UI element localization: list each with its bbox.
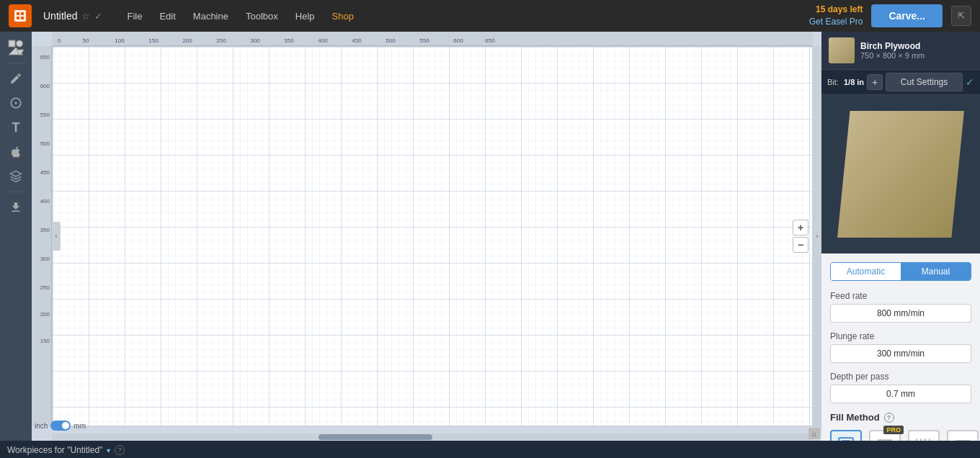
main-area: T 0 50 100 150 200 250 300 350 400 450 5… [0,32,980,441]
feed-rate-group: Feed rate [830,291,971,323]
fill-offset-icon[interactable] [830,430,862,441]
workpieces-help-icon[interactable]: ? [115,445,125,455]
pro-badge: PRO [883,426,904,434]
mode-manual[interactable]: Manual [901,263,971,280]
carve-button[interactable]: Carve... [871,4,943,27]
unit-inch[interactable]: inch [35,422,48,430]
bit-row: Bit: 1/8 in + Cut Settings ✓ [821,70,980,95]
workpieces-dropdown[interactable]: ▾ [107,446,110,454]
tool-separator-2 [6,192,26,192]
topbar: Untitled ☆ ✓ File Edit Machine Toolbox H… [0,0,980,32]
grid-canvas[interactable] [52,46,813,426]
tool-import[interactable] [4,196,27,219]
ruler-x-250: 250 [216,37,226,44]
tool-shapes[interactable] [4,36,27,59]
workpieces-header: Workpieces for "Untitled" ▾ ? [0,441,980,458]
plunge-rate-group: Plunge rate [830,331,971,363]
bottom-area: Workpieces for "Untitled" ▾ ? + [0,441,980,458]
ruler-x-400: 400 [318,37,327,44]
unit-toggle: inch mm [35,421,86,431]
plunge-rate-label: Plunge rate [830,331,971,341]
bit-label-text: Bit: [827,78,839,86]
tool-3d[interactable] [4,165,27,188]
svg-rect-5 [9,40,15,47]
ruler-y-600: 600 [40,83,50,89]
svg-rect-3 [17,17,19,19]
menu-file[interactable]: File [120,8,149,24]
collapse-left-button[interactable]: ‹ [52,222,61,251]
ruler-x-300: 300 [250,37,259,44]
fill-xaxis-icon[interactable] [908,430,940,441]
ruler-y-400: 400 [40,198,50,205]
material-dimensions: 750 × 800 × 9 mm [860,51,973,60]
menu-shop[interactable]: Shop [325,8,361,24]
zoom-out-button[interactable]: − [793,237,808,253]
ruler-x-650: 650 [485,37,494,44]
home-button[interactable]: ⌂ [808,428,820,439]
canvas-area[interactable]: 0 50 100 150 200 250 300 350 400 450 500… [32,32,821,441]
cut-settings-button[interactable]: Cut Settings [886,73,963,91]
tool-pen[interactable] [4,67,27,90]
ruler-x-200: 200 [182,37,192,44]
svg-point-10 [15,102,17,104]
menu-help[interactable]: Help [288,8,322,24]
unit-mm[interactable]: mm [74,422,86,430]
svg-rect-0 [14,10,26,22]
svg-rect-1 [17,12,19,15]
svg-point-6 [17,40,23,47]
material-shape [837,111,964,238]
app-logo[interactable] [9,4,32,27]
ruler-y-250: 250 [40,284,50,291]
fill-option-yaxis: Y axis [947,430,979,441]
fill-yaxis-icon[interactable] [947,430,979,441]
feed-rate-input[interactable] [830,304,971,323]
h-scrollbar[interactable] [52,434,813,441]
ruler-y-150: 150 [40,338,50,344]
checkmark-icon: ✓ [966,76,974,88]
depth-per-pass-label: Depth per pass [830,372,971,382]
ruler-y-300: 300 [40,256,50,262]
get-easel-pro-link[interactable]: Get Easel Pro [809,16,863,28]
unit-switch[interactable] [50,421,71,431]
cut-settings-panel: Automatic Manual Feed rate Plunge rate D… [821,253,980,441]
svg-rect-2 [21,12,24,15]
zoom-in-button[interactable]: + [793,220,808,235]
material-name: Birch Plywood [860,41,973,51]
days-left-text: 15 days left [809,4,863,16]
material-thumbnail [829,37,855,63]
depth-per-pass-input[interactable] [830,385,971,403]
star-icon[interactable]: ☆ [81,11,90,22]
h-scrollbar-thumb[interactable] [318,434,432,440]
project-title: Untitled ☆ ✓ [43,10,102,22]
fill-method-help[interactable]: ? [884,413,894,423]
menu-toolbox[interactable]: Toolbox [239,8,285,24]
ruler-x-600: 600 [453,37,463,44]
ruler-x-50: 50 [83,37,89,44]
check-icon: ✓ [94,11,102,22]
ruler-x-100: 100 [115,37,124,44]
fill-option-xaxis: X axis [908,430,940,441]
tool-circle[interactable] [4,91,27,114]
menu-machine[interactable]: Machine [186,8,236,24]
tool-apple[interactable] [4,140,27,163]
ruler-x-500: 500 [386,37,395,44]
ruler-y-650: 650 [40,54,50,60]
fill-option-offset: Offset [830,430,862,441]
project-name: Untitled [43,10,77,22]
zoom-controls: + − [793,220,808,253]
ruler-x-450: 450 [352,37,361,44]
bit-size-text: 1/8 in [844,78,864,86]
collapse-right-button[interactable]: › [813,222,821,251]
mode-automatic[interactable]: Automatic [831,263,901,280]
plunge-rate-input[interactable] [830,344,971,363]
svg-rect-4 [21,17,24,19]
right-panel: Birch Plywood 750 × 800 × 9 mm Bit: 1/8 … [821,32,980,441]
fill-method-label: Fill Method [830,412,880,423]
tool-text[interactable]: T [4,116,27,139]
ruler-x-0: 0 [58,37,61,44]
expand-button[interactable]: ⇱ [951,6,971,26]
menu-edit[interactable]: Edit [152,8,182,24]
add-bit-button[interactable]: + [867,74,883,90]
material-info: Birch Plywood 750 × 800 × 9 mm [860,41,973,60]
ruler-y-450: 450 [40,169,50,176]
